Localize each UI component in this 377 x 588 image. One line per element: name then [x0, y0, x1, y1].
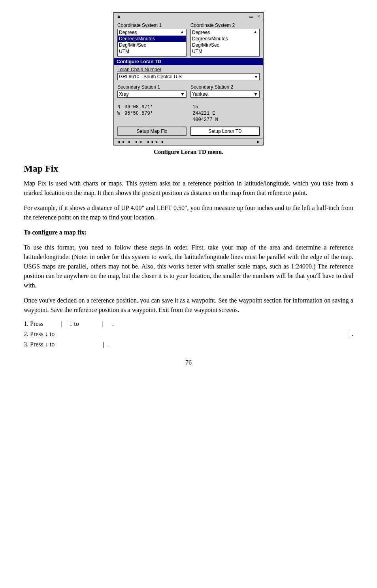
secondary-stations-section: Secondary Station 1 Xray ▼ Secondary Sta…	[114, 83, 263, 99]
step-1-dot: .	[111, 320, 115, 327]
configure-bar-label: Configure Loran TD	[117, 59, 161, 64]
td2-row: 244221 E	[192, 111, 260, 116]
coord-item-degmin-2[interactable]: Degrees/Minutes	[191, 36, 259, 42]
subsection-bold-label: To configure a map fix:	[24, 229, 87, 236]
coord-item-degminsec-1[interactable]: Deg/Min/Sec	[118, 42, 186, 48]
td1-value: 15	[192, 104, 198, 110]
loran-chain-arrow: ▼	[254, 75, 258, 79]
dialog-titlebar: ▲ ▬ ✕	[114, 13, 263, 20]
coord-n-direction: N	[117, 104, 123, 110]
coord-w-direction: W	[117, 111, 123, 116]
secondary-col-1: Secondary Station 1 Xray ▼	[117, 84, 187, 98]
coord-list-2[interactable]: Degrees ▲ Degrees/Minutes Deg/Min/Sec UT…	[190, 29, 260, 57]
coord-system-2-label: Coordinate System 2	[190, 23, 260, 28]
coord-item-degmin-1[interactable]: Degrees/Minutes	[118, 36, 186, 42]
figure-caption: Configure Loran TD menu.	[154, 149, 223, 155]
secondary-1-label: Secondary Station 1	[117, 84, 187, 90]
paragraph-3: To use this format, you need to follow t…	[24, 243, 353, 290]
subsection-label: To configure a map fix:	[24, 228, 353, 237]
step-2: 2. Press ↓ to | .	[24, 331, 353, 338]
coord-item-degminsec-2[interactable]: Deg/Min/Sec	[191, 42, 259, 48]
secondary-2-dropdown[interactable]: Yankee ▼	[190, 91, 260, 98]
secondary-2-arrow: ▼	[253, 91, 258, 97]
bottom-nav-left: ◄◄ ◄ ◄◄ ◄◄◄ ◄	[117, 140, 164, 144]
coord-n-row: N 36°08.971'	[117, 104, 185, 110]
td3-value: 4004277 N	[192, 117, 218, 123]
coord-systems-section: Coordinate System 1 Degrees ▲ Degrees/Mi…	[114, 20, 263, 58]
page-container: ▲ ▬ ✕ Coordinate System 1 Degrees ▲ Degr…	[24, 8, 353, 366]
dialog-box: ▲ ▬ ✕ Coordinate System 1 Degrees ▲ Degr…	[113, 12, 264, 146]
coord-item-degrees-1[interactable]: Degrees ▲	[118, 29, 186, 36]
configure-bar: Configure Loran TD	[114, 58, 263, 65]
step-2-num: 2. Press ↓ to	[24, 331, 55, 338]
step-1-pipe2: |	[87, 320, 111, 327]
step-3-dot: .	[104, 341, 109, 348]
steps-list: 1. Press | | ↓ to | . 2. Press ↓ to | . …	[24, 320, 353, 348]
loran-chain-dropdown[interactable]: GRI 9610 - South Central U.S ▼	[117, 73, 260, 80]
coords-data-section: N 36°08.971' W 95°50.579' 15 244221 E	[114, 103, 263, 124]
secondary-2-value: Yankee	[192, 91, 208, 97]
secondary-1-dropdown[interactable]: Xray ▼	[117, 91, 187, 98]
secondary-2-label: Secondary Station 2	[190, 84, 260, 90]
coord-n-value: 36°08.971'	[124, 104, 153, 110]
td2-value: 244221 E	[192, 111, 215, 116]
paragraph-2: For example, if it shows a distance of U…	[24, 203, 353, 222]
coord-list-1[interactable]: Degrees ▲ Degrees/Minutes Deg/Min/Sec UT…	[117, 29, 187, 57]
titlebar-left: ▲	[117, 13, 121, 19]
step-2-dot: .	[349, 331, 353, 338]
step-1-pipe1: |	[55, 320, 63, 327]
coords-left: N 36°08.971' W 95°50.579'	[117, 104, 185, 123]
secondary-col-2: Secondary Station 2 Yankee ▼	[190, 84, 260, 98]
step-3-num: 3. Press ↓ to	[24, 341, 55, 348]
secondary-1-value: Xray	[119, 91, 129, 97]
coords-right: 15 244221 E 4004277 N	[192, 104, 260, 123]
step-3: 3. Press ↓ to | .	[24, 341, 353, 348]
setup-map-fix-button[interactable]: Setup Map Fix	[117, 127, 187, 136]
step-1: 1. Press | | ↓ to | .	[24, 320, 353, 327]
setup-loran-td-button[interactable]: Setup Loran TD	[190, 127, 260, 136]
coord-item-utm-2[interactable]: UTM	[191, 48, 259, 55]
coord-item-degrees-2[interactable]: Degrees ▲	[191, 29, 259, 36]
section-title: Map Fix	[24, 163, 353, 174]
main-content: Map Fix Map Fix is used with charts or m…	[24, 163, 353, 351]
step-1-arrow: | ↓ to	[63, 320, 87, 327]
td1-row: 15	[192, 104, 260, 110]
step-1-num: 1. Press	[24, 320, 55, 327]
bottom-nav-right: ►	[256, 140, 260, 144]
coord-w-value: 95°50.579'	[124, 111, 153, 116]
td3-row: 4004277 N	[192, 117, 260, 123]
titlebar-right: ▬ ✕	[249, 14, 260, 19]
coord-system-1-label: Coordinate System 1	[117, 23, 187, 28]
paragraph-1: Map Fix is used with charts or maps. Thi…	[24, 179, 353, 198]
loran-chain-dropdown-row: GRI 9610 - South Central U.S ▼	[117, 73, 260, 80]
coord-item-utm-1[interactable]: UTM	[118, 48, 186, 55]
loran-chain-value: GRI 9610 - South Central U.S	[119, 74, 182, 79]
dialog-bottom-bar: ◄◄ ◄ ◄◄ ◄◄◄ ◄ ►	[114, 138, 263, 145]
page-number: 76	[185, 359, 192, 366]
dialog-wrapper: ▲ ▬ ✕ Coordinate System 1 Degrees ▲ Degr…	[113, 12, 264, 146]
loran-chain-label: Loran Chain Number	[117, 67, 260, 72]
paragraph-4: Once you've decided on a reference posit…	[24, 296, 353, 315]
coord-col-1: Coordinate System 1 Degrees ▲ Degrees/Mi…	[117, 23, 187, 57]
buttons-section: Setup Map Fix Setup Loran TD	[114, 124, 263, 138]
coord-col-2: Coordinate System 2 Degrees ▲ Degrees/Mi…	[190, 23, 260, 57]
secondary-1-arrow: ▼	[180, 91, 185, 97]
loran-chain-section: Loran Chain Number GRI 9610 - South Cent…	[114, 65, 263, 83]
coord-w-row: W 95°50.579'	[117, 111, 185, 116]
